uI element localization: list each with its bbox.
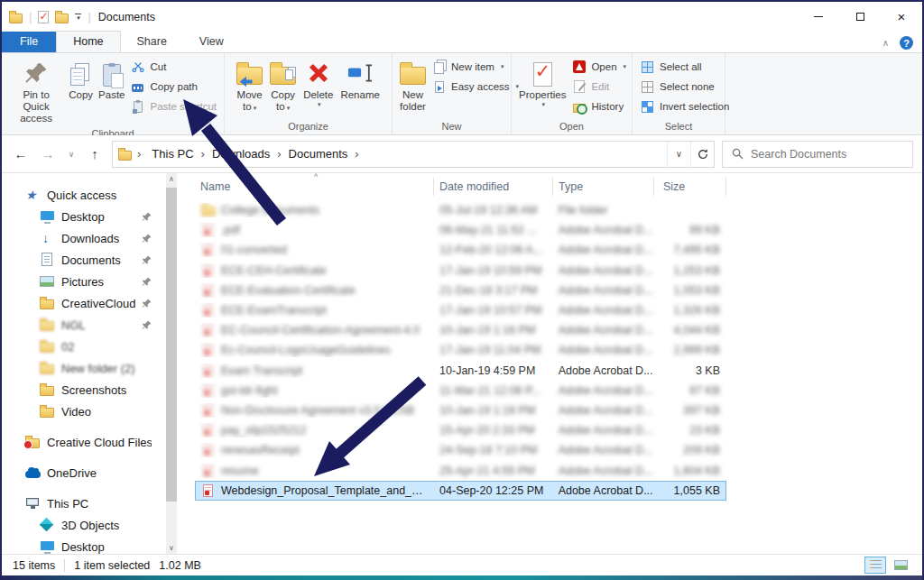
sidebar-item[interactable]: Desktop: [2, 536, 179, 554]
refresh-icon[interactable]: [690, 142, 714, 167]
minimize-button[interactable]: [798, 2, 839, 32]
delete-button[interactable]: Delete ▾: [300, 55, 336, 110]
sidebar-item[interactable]: 02: [2, 336, 179, 357]
properties-button[interactable]: Properties ▾: [516, 55, 568, 110]
sidebar-item[interactable]: 3D Objects: [2, 514, 179, 536]
sidebar-item[interactable]: CreativeCloud: [2, 292, 179, 314]
cut-button[interactable]: Cut: [127, 57, 219, 77]
table-row[interactable]: Ec-Council-LogoUsageGuidelines 17-Jan-19…: [195, 340, 726, 360]
toolbar-separator: |: [88, 10, 90, 23]
paste-button[interactable]: Paste: [96, 55, 127, 103]
open-button[interactable]: Open ▾: [568, 57, 629, 77]
file-type: Adobe Acrobat D...: [553, 344, 654, 356]
rename-button[interactable]: Rename: [337, 55, 382, 103]
sidebar-scrollbar[interactable]: ∧ ∨: [166, 173, 177, 554]
new-folder-icon[interactable]: [55, 14, 69, 23]
file-icon: [201, 464, 216, 478]
file-name: ECE-ExamTranscript: [221, 304, 327, 317]
breadcrumb-item[interactable]: Downloads: [207, 147, 275, 161]
address-bar[interactable]: › This PC › Downloads ›: [112, 141, 715, 168]
breadcrumb-item[interactable]: Documents: [283, 147, 354, 161]
tab-share[interactable]: Share: [121, 32, 183, 52]
scroll-down-icon[interactable]: ∨: [166, 544, 177, 552]
sidebar-item[interactable]: New folder (2): [2, 357, 179, 379]
table-row[interactable]: Non-Disclosure Agreement v3.0 ECSB 10-Ja…: [195, 400, 726, 420]
sidebar-item[interactable]: Video: [2, 400, 179, 422]
table-row[interactable]: 01-converted 12-Feb-20 12:06 A... Adobe …: [195, 240, 726, 260]
sidebar-item[interactable]: Documents: [2, 249, 179, 271]
sidebar-item[interactable]: Creative Cloud Files: [2, 431, 179, 453]
table-row[interactable]: Webdesign_Proposal_Template_and_Exa... 0…: [195, 481, 726, 501]
sidebar-item[interactable]: Downloads: [2, 227, 179, 249]
table-row[interactable]: EC-Council-Certification-Agreement-4.0 1…: [195, 320, 726, 340]
properties-icon[interactable]: [38, 11, 49, 23]
table-row[interactable]: gst-ldr-fight 11-Mar-21 12:08 P... Adobe…: [195, 381, 726, 400]
sidebar-item[interactable]: Quick access: [2, 184, 179, 206]
invert-selection-button[interactable]: Invert selection: [637, 97, 732, 116]
customize-toolbar-arrow-icon[interactable]: ▾: [75, 14, 81, 20]
table-row[interactable]: ECE-ExamTranscript 17-Jan-19 10:57 PM Ad…: [195, 300, 726, 320]
easy-access-button[interactable]: Easy access ▾: [429, 77, 522, 97]
column-header-type[interactable]: Type: [553, 178, 654, 196]
file-date-modified: 11-Mar-21 12:08 P...: [434, 384, 553, 397]
copy-path-button[interactable]: Copy path: [127, 77, 219, 97]
breadcrumb-item[interactable]: This PC: [146, 147, 199, 161]
folder-icon[interactable]: [9, 14, 23, 23]
tab-file[interactable]: File: [2, 32, 56, 52]
select-all-button[interactable]: Select all: [637, 57, 732, 77]
new-item-button[interactable]: New item ▾: [429, 57, 522, 77]
details-view-button[interactable]: [864, 557, 886, 574]
column-header-date-modified[interactable]: Date modified: [434, 178, 553, 196]
move-to-button[interactable]: Move to▾: [234, 55, 265, 115]
pin-to-quick-access-button[interactable]: Pin to Quick access: [6, 55, 66, 127]
close-button[interactable]: ×: [881, 2, 922, 32]
column-header-size[interactable]: Size: [654, 178, 726, 196]
copy-to-button[interactable]: Copy to▾: [267, 55, 299, 115]
file-icon: [201, 443, 216, 457]
table-row[interactable]: ECE-Evaluation-Certificate 21-Dec-18 3:1…: [195, 281, 726, 300]
help-button[interactable]: ?: [900, 36, 913, 50]
scroll-up-icon[interactable]: ∧: [166, 175, 177, 183]
forward-button[interactable]: →: [38, 146, 58, 161]
sidebar-item[interactable]: Pictures: [2, 271, 179, 292]
table-row[interactable]: pay_slip1525212 15-Apr-20 2:33 PM Adobe …: [195, 420, 726, 440]
sidebar-item[interactable]: This PC: [2, 493, 179, 514]
table-row[interactable]: Exam Transcript 10-Jan-19 4:59 PM Adobe …: [195, 361, 726, 381]
sidebar-item[interactable]: Desktop: [2, 206, 179, 227]
sidebar-item[interactable]: OneDrive: [2, 462, 179, 483]
select-none-button[interactable]: Select none: [637, 77, 732, 97]
sidebar-item-icon: [40, 296, 55, 310]
tab-view[interactable]: View: [183, 32, 240, 52]
table-row[interactable]: College Documents 05-Jul-19 12:36 AM Fil…: [195, 200, 726, 220]
new-folder-button[interactable]: New folder: [397, 55, 429, 115]
up-button[interactable]: ↑: [85, 146, 105, 161]
tab-home[interactable]: Home: [56, 31, 120, 52]
file-name: Webdesign_Proposal_Template_and_Exa...: [221, 484, 429, 497]
collapse-ribbon-icon[interactable]: ∧: [882, 38, 889, 48]
thumbnail-view-button[interactable]: [890, 557, 911, 574]
back-button[interactable]: ←: [11, 146, 31, 161]
paste-shortcut-button[interactable]: Paste shortcut: [127, 97, 219, 116]
recent-locations-icon[interactable]: ∨: [65, 150, 78, 159]
sidebar-item[interactable]: NGL: [2, 314, 179, 336]
edit-button[interactable]: Edit: [568, 77, 629, 97]
file-type: Adobe Acrobat D...: [553, 484, 654, 497]
scrollbar-thumb[interactable]: [166, 188, 177, 502]
history-button[interactable]: History: [568, 97, 629, 116]
column-header-name[interactable]: Name ^: [195, 178, 434, 196]
copy-button[interactable]: Copy: [66, 55, 96, 103]
address-dropdown-icon[interactable]: ∨: [667, 142, 690, 167]
file-size: 1,055 KB: [653, 484, 725, 497]
file-type: Adobe Acrobat D...: [553, 284, 654, 297]
sidebar-item[interactable]: Screenshots: [2, 379, 179, 400]
table-row[interactable]: ECE-CEH-Certificate 17-Jan-19 10:59 PM A…: [195, 261, 726, 281]
file-size: 397 KB: [653, 404, 725, 417]
search-input[interactable]: Search Documents: [722, 141, 913, 168]
file-name: 01-converted: [221, 244, 287, 256]
table-row[interactable]: resume 25-Apr-21 4:55 PM Adobe Acrobat D…: [195, 460, 726, 480]
window-title: Documents: [98, 11, 155, 23]
table-row[interactable]: renesasReceipt 24-Sep-18 7:10 PM Adobe A…: [195, 440, 726, 460]
table-row[interactable]: .pdf 06-May-21 11:52 ... Adobe Acrobat D…: [195, 220, 726, 240]
maximize-button[interactable]: [839, 2, 881, 32]
ribbon: Pin to Quick access Copy Paste Cut: [2, 53, 922, 135]
